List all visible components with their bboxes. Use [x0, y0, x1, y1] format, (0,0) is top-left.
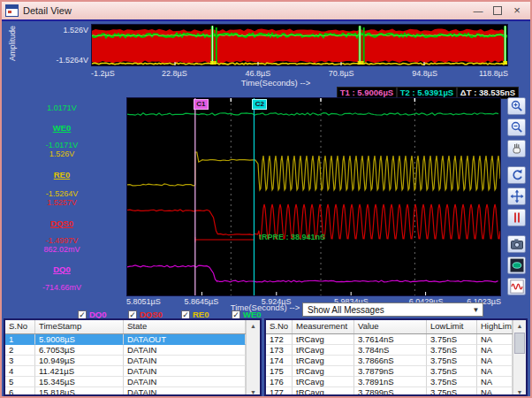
table-cell: 6.7053µS: [35, 345, 124, 356]
table-row[interactable]: 26.7053µSDATAIN: [5, 345, 246, 356]
cursor1-flag[interactable]: C1: [194, 99, 209, 110]
measurement-table-scrollbar[interactable]: ▲ ▼: [513, 320, 526, 396]
table-row[interactable]: 175tRCavg3.7879nS3.75nSNA: [266, 366, 513, 377]
scrollbar-thumb[interactable]: [514, 333, 525, 354]
table-header-row: S.NoMeasurementValueLowLimitHighLimit: [266, 320, 513, 334]
detail-view-window: Detail View — × Amplitude 1.526V -1.5264…: [0, 0, 532, 398]
column-header[interactable]: HighLimit: [477, 320, 513, 333]
column-header[interactable]: LowLimit: [427, 320, 477, 333]
table-cell: 3.75nS: [427, 356, 477, 366]
pan-button[interactable]: [507, 140, 526, 157]
axis-tick-label: -1.2µS: [91, 69, 115, 78]
undo-icon: [510, 168, 524, 182]
table-cell: DATAIN: [124, 366, 246, 377]
maximize-icon: [493, 6, 502, 15]
column-header[interactable]: TimeStamp: [35, 320, 124, 333]
channel-scale-value: 1.0171V: [7, 103, 117, 112]
table-cell: 3.75nS: [427, 377, 477, 387]
cursors-button[interactable]: [507, 209, 526, 226]
table-row[interactable]: 172tRCavg3.7614nS3.75nSNA: [266, 334, 513, 345]
table-cell: 10.949µS: [35, 356, 124, 366]
axis-tick-label: 5.8051µS: [126, 297, 161, 306]
table-row[interactable]: 615.818µSDATAIN: [5, 387, 246, 396]
table-cell: NA: [477, 345, 513, 356]
client-area: Amplitude 1.526V -1.5264V -1.2µS22.8µS46…: [2, 19, 530, 396]
overview-y-max-label: 1.526V: [35, 26, 88, 34]
scroll-up-icon[interactable]: ▲: [513, 320, 526, 332]
plot-toolbar: [507, 97, 528, 299]
column-header[interactable]: State: [124, 320, 246, 333]
table-cell: 3.75nS: [427, 345, 477, 356]
checkbox-icon[interactable]: ✓: [78, 310, 87, 319]
column-header[interactable]: S.No: [266, 320, 293, 333]
scroll-up-icon[interactable]: ▲: [247, 320, 260, 332]
channel-scale-value: -1.4997V: [7, 236, 117, 245]
table-cell: 15.818µS: [35, 387, 124, 396]
table-row[interactable]: 411.421µSDATAIN: [5, 366, 246, 377]
fit-view-button[interactable]: [507, 188, 526, 205]
messages-dropdown[interactable]: Show All Messages ▼: [302, 302, 483, 317]
table-row[interactable]: 15.9008µSDATAOUT: [5, 334, 246, 345]
channel-scale-value: 862.02mV: [7, 245, 117, 254]
cursor2-flag[interactable]: C2: [252, 99, 267, 110]
checkbox-icon[interactable]: ✓: [232, 310, 240, 319]
table-cell: tRCavg: [293, 387, 354, 396]
state-table-scrollbar[interactable]: ▲ ▼: [246, 320, 260, 396]
overview-plot[interactable]: [91, 24, 508, 66]
zoom-in-button[interactable]: [507, 97, 526, 115]
axis-tick-label: 22.8µS: [162, 69, 187, 78]
shape-icon: [510, 258, 524, 272]
scroll-down-icon[interactable]: ▼: [247, 387, 260, 396]
zoom-out-button[interactable]: [507, 119, 526, 136]
axis-tick-label: 94.8µS: [412, 69, 437, 78]
pan-icon: [510, 142, 524, 156]
axis-tick-label: 118.8µS: [479, 69, 508, 78]
scroll-down-icon[interactable]: ▼: [513, 387, 526, 396]
channel-scale-value: -1.5264V: [7, 189, 117, 198]
table-cell: 6: [5, 387, 35, 396]
column-header[interactable]: Value: [354, 320, 427, 333]
minimize-button[interactable]: —: [468, 4, 488, 18]
table-cell: 3.75nS: [427, 387, 477, 396]
close-button[interactable]: ×: [507, 4, 527, 18]
checkbox-icon[interactable]: ✓: [128, 310, 137, 319]
zoom-in-icon: [510, 99, 524, 113]
shape-button[interactable]: [507, 256, 526, 274]
detail-plot[interactable]: [126, 97, 501, 296]
channel-label-we0: WE0: [7, 123, 117, 133]
table-cell: 176: [266, 377, 293, 387]
chevron-down-icon[interactable]: ▼: [469, 303, 483, 316]
channel-label-dq0: DQ0: [7, 264, 117, 274]
table-cell: 3.7879nS: [354, 366, 427, 377]
channel-scale-value: -714.66mV: [7, 283, 117, 292]
table-cell: DATAOUT: [124, 334, 246, 345]
table-cell: 11.421µS: [35, 366, 124, 377]
table-cell: DATAIN: [124, 356, 246, 366]
table-cell: NA: [477, 377, 513, 387]
table-row[interactable]: 515.345µSDATAIN: [5, 377, 246, 387]
table-row[interactable]: 177tRCavg3.7899nS3.75nSNA: [266, 387, 513, 396]
column-header[interactable]: S.No: [5, 320, 35, 333]
table-cell: 2: [5, 345, 35, 356]
table-row[interactable]: 176tRCavg3.7891nS3.75nSNA: [266, 377, 513, 387]
table-cell: 5.9008µS: [35, 334, 124, 345]
table-cell: 3: [5, 356, 35, 366]
detail-waveform: [127, 98, 500, 295]
table-row[interactable]: 173tRCavg3.784nS3.75nSNA: [266, 345, 513, 356]
table-cell: DATAIN: [124, 377, 246, 387]
maximize-button[interactable]: [488, 4, 507, 18]
column-header[interactable]: Measurement: [293, 320, 354, 333]
screen: { "window": { "title": "Detail View", "c…: [0, 0, 532, 398]
table-row[interactable]: 174tRCavg3.7866nS3.75nSNA: [266, 356, 513, 366]
table-cell: 5: [5, 377, 35, 387]
table-cell: NA: [477, 334, 513, 345]
table-cell: 1: [5, 334, 35, 345]
checkbox-icon[interactable]: ✓: [181, 310, 190, 319]
state-table: S.NoTimeStampState15.9008µSDATAOUT26.705…: [4, 318, 262, 396]
dq0-trace: [127, 265, 498, 282]
snapshot-button[interactable]: [507, 235, 526, 253]
undo-button[interactable]: [507, 166, 526, 184]
waveform-button[interactable]: [507, 278, 526, 295]
table-row[interactable]: 310.949µSDATAIN: [5, 356, 246, 366]
table-cell: 174: [266, 356, 293, 366]
